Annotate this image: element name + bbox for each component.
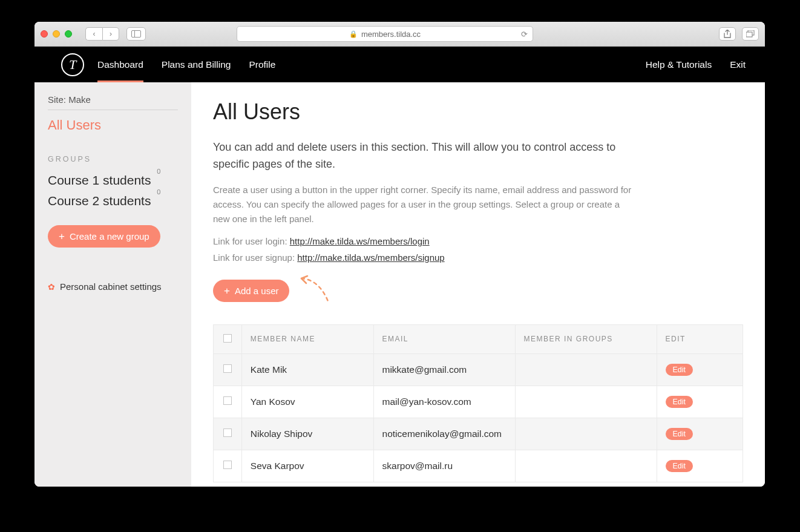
edit-button[interactable]: Edit	[666, 396, 693, 408]
create-group-label: Create a new group	[70, 231, 149, 241]
table-row: Kate Mikmikkate@gmail.comEdit	[214, 353, 743, 386]
sidebar-group-item[interactable]: Course 2 students 0	[48, 194, 178, 208]
signup-link[interactable]: http://make.tilda.ws/members/signup	[297, 252, 444, 263]
site-label: Site: Make	[48, 94, 178, 105]
th-member-name: MEMBER NAME	[241, 324, 373, 353]
sidebar-icon	[131, 30, 141, 38]
gear-icon: ✿	[48, 282, 55, 292]
nav-exit[interactable]: Exit	[730, 59, 746, 70]
main-nav: Dashboard Plans and Billing Profile	[97, 48, 275, 81]
login-link[interactable]: http://make.tilda.ws/members/login	[290, 236, 430, 246]
nav-plans-billing[interactable]: Plans and Billing	[162, 48, 231, 81]
tilda-logo[interactable]: T	[61, 53, 84, 76]
cell-email: mikkate@gmail.com	[373, 353, 515, 386]
svg-rect-1	[746, 32, 752, 37]
add-user-button[interactable]: + Add a user	[213, 280, 289, 302]
cell-edit: Edit	[657, 353, 743, 386]
create-group-button[interactable]: + Create a new group	[48, 225, 160, 248]
cell-edit: Edit	[657, 386, 743, 418]
row-checkbox[interactable]	[223, 364, 232, 373]
hint-text: Create a user using a button in the uppe…	[213, 183, 637, 226]
signup-link-line: Link for user signup: http://make.tilda.…	[213, 252, 743, 263]
cell-member-groups	[515, 418, 657, 450]
th-member-groups: MEMBER IN GROUPS	[515, 324, 657, 353]
url-text: members.tilda.cc	[361, 30, 421, 39]
cell-member-groups	[515, 386, 657, 418]
cell-email: mail@yan-kosov.com	[373, 386, 515, 418]
nav-help-tutorials[interactable]: Help & Tutorials	[646, 59, 712, 70]
url-bar[interactable]: 🔒 members.tilda.cc ⟳	[237, 26, 533, 42]
page-title: All Users	[213, 99, 743, 125]
table-row: Nikolay Shipovnoticemenikolay@gmail.comE…	[214, 418, 743, 450]
row-checkbox[interactable]	[223, 396, 232, 405]
sidebar-group-item[interactable]: Course 1 students 0	[48, 173, 178, 188]
app-header: T Dashboard Plans and Billing Profile He…	[34, 47, 765, 82]
intro-text: You can add and delete users in this sec…	[213, 139, 637, 173]
row-checkbox[interactable]	[223, 429, 232, 437]
edit-button[interactable]: Edit	[666, 428, 693, 440]
sidebar-toggle-button[interactable]	[126, 27, 146, 41]
users-table: MEMBER NAME EMAIL MEMBER IN GROUPS EDIT …	[213, 324, 743, 482]
share-button[interactable]	[719, 27, 736, 41]
personal-cabinet-label: Personal cabinet settings	[60, 281, 162, 292]
table-row: Yan Kosovmail@yan-kosov.comEdit	[214, 386, 743, 418]
cell-member-name: Kate Mik	[241, 353, 373, 386]
sidebar-groups-heading: GROUPS	[48, 155, 178, 163]
reload-icon[interactable]: ⟳	[521, 30, 528, 39]
lock-icon: 🔒	[349, 30, 358, 38]
row-checkbox[interactable]	[223, 461, 232, 469]
th-edit: EDIT	[657, 324, 743, 353]
nav-forward-button[interactable]: ›	[102, 27, 119, 41]
nav-back-button[interactable]: ‹	[85, 27, 102, 41]
nav-profile[interactable]: Profile	[249, 48, 275, 81]
annotation-arrow-icon	[295, 276, 332, 306]
cell-email: noticemenikolay@gmail.com	[373, 418, 515, 450]
login-link-line: Link for user login: http://make.tilda.w…	[213, 236, 743, 246]
browser-window: + ‹ › 🔒 members.tilda.cc ⟳	[34, 22, 765, 487]
add-user-label: Add a user	[235, 286, 279, 296]
cell-edit: Edit	[657, 418, 743, 450]
edit-button[interactable]: Edit	[666, 460, 693, 472]
browser-toolbar: ‹ › 🔒 members.tilda.cc ⟳	[34, 22, 765, 47]
nav-dashboard[interactable]: Dashboard	[97, 48, 143, 81]
cell-edit: Edit	[657, 450, 743, 482]
window-zoom-icon[interactable]	[65, 30, 72, 38]
sidebar: Site: Make All Users GROUPS Course 1 stu…	[34, 82, 191, 487]
tabs-button[interactable]	[742, 27, 759, 41]
main-content: All Users You can add and delete users i…	[191, 82, 765, 487]
cell-member-groups	[515, 353, 657, 386]
cell-member-name: Yan Kosov	[241, 386, 373, 418]
personal-cabinet-settings[interactable]: ✿ Personal cabinet settings	[48, 281, 178, 292]
sidebar-all-users[interactable]: All Users	[48, 117, 178, 133]
cell-member-name: Seva Karpov	[241, 450, 373, 482]
window-minimize-icon[interactable]	[53, 30, 60, 38]
cell-member-groups	[515, 450, 657, 482]
edit-button[interactable]: Edit	[666, 364, 693, 376]
select-all-checkbox[interactable]	[223, 334, 232, 343]
table-row: Seva Karpovskarpov@mail.ruEdit	[214, 450, 743, 482]
window-close-icon[interactable]	[41, 30, 48, 38]
cell-member-name: Nikolay Shipov	[241, 418, 373, 450]
cell-email: skarpov@mail.ru	[373, 450, 515, 482]
th-email: EMAIL	[373, 324, 515, 353]
